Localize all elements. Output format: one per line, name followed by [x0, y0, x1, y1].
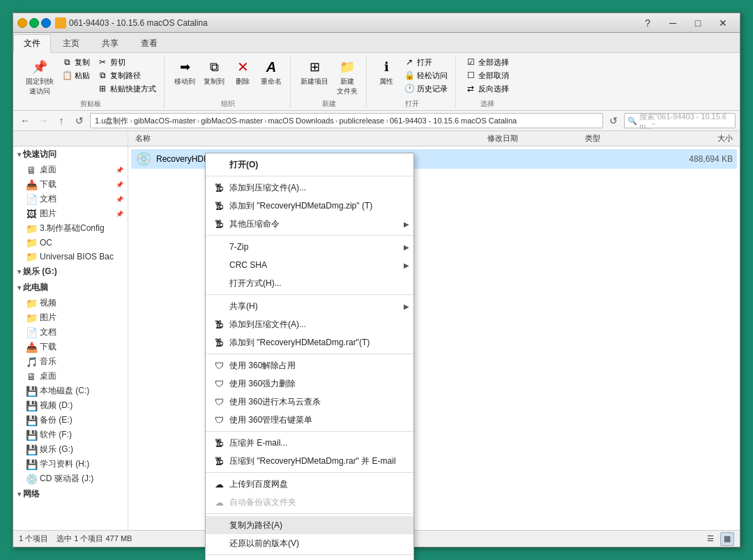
ctx-send-to[interactable]: 发送到(N) ▶: [206, 557, 413, 560]
ctx-other-compress[interactable]: 🗜 其他压缩命令 ▶: [206, 215, 413, 233]
paste-shortcut-button[interactable]: ⊞ 粘贴快捷方式: [95, 82, 158, 95]
address-refresh-button[interactable]: ↺: [606, 113, 621, 128]
sidebar-downloads-label: 下载: [40, 179, 113, 190]
ctx-open[interactable]: 打开(O): [206, 156, 413, 174]
path-part-5[interactable]: publicrelease: [339, 116, 384, 125]
ctx-add-zip2[interactable]: 🗜 添加到压缩文件(A)...: [206, 315, 413, 333]
sidebar-item-study-h[interactable]: 💾 学习资料 (H:): [13, 457, 128, 471]
up-button[interactable]: ↑: [54, 113, 69, 128]
back-button[interactable]: ←: [17, 113, 33, 128]
open-icon: ↗: [404, 56, 415, 68]
sidebar-item-software-f[interactable]: 💾 软件 (F:): [13, 427, 128, 442]
minimize-button[interactable]: [17, 18, 27, 28]
forward-button[interactable]: →: [36, 113, 51, 128]
tab-file[interactable]: 文件: [13, 34, 51, 53]
new-folder-button[interactable]: 📁 新建文件夹: [334, 56, 360, 98]
col-size[interactable]: 大小: [666, 133, 736, 144]
sidebar-item-video-d[interactable]: 💾 视频 (D:): [13, 398, 128, 413]
ctx-copy-path[interactable]: 复制为路径(A): [206, 516, 413, 534]
sidebar-item-universal-bios[interactable]: 📁 Universal BIOS Bac: [13, 250, 128, 264]
deselect-button[interactable]: ☐ 全部取消: [463, 69, 511, 82]
sidebar-item-entertainment-g[interactable]: 💾 娱乐 (G:): [13, 442, 128, 457]
path-part-4[interactable]: macOS Downloads: [268, 116, 334, 125]
sidebar-section-thispc[interactable]: ▾ 此电脑: [13, 280, 128, 296]
help-button[interactable]: ?: [635, 13, 660, 33]
col-modified[interactable]: 修改日期: [485, 133, 582, 144]
ctx-restore[interactable]: 还原以前的版本(V): [206, 534, 413, 552]
col-type[interactable]: 类型: [582, 133, 666, 144]
rename-button[interactable]: A 重命名: [258, 56, 284, 88]
invert-select-button[interactable]: ⇄ 反向选择: [463, 82, 511, 95]
props-button[interactable]: ℹ 属性: [374, 56, 399, 88]
sidebar-item-downloads2[interactable]: 📥 下载: [13, 340, 128, 354]
ctx-share[interactable]: 共享(H) ▶: [206, 297, 413, 315]
history-button[interactable]: 🕐 历史记录: [402, 82, 450, 95]
ctx-auto-backup[interactable]: ☁ 自动备份该文件夹: [206, 493, 413, 511]
cut-button[interactable]: ✂ 剪切: [95, 56, 158, 68]
address-path[interactable]: 1.u盘制作 › gibMacOS-master › gibMacOS-mast…: [90, 113, 603, 128]
detail-view-button[interactable]: ▦: [720, 532, 734, 546]
sidebar-item-pictures[interactable]: 🖼 图片 📌: [13, 206, 128, 221]
ctx-360-unlock[interactable]: 🛡 使用 360解除占用: [206, 356, 413, 374]
list-view-button[interactable]: ☰: [703, 532, 717, 546]
move-to-button[interactable]: ➡ 移动到: [172, 56, 198, 88]
sidebar-section-network[interactable]: ▾ 网络: [13, 486, 128, 502]
sidebar-section-entertainment[interactable]: ▾ 娱乐 (G:): [13, 264, 128, 280]
select-all-button[interactable]: ☑ 全部选择: [463, 56, 511, 68]
tab-home[interactable]: 主页: [52, 34, 90, 52]
sidebar-item-oc[interactable]: 📁 OC: [13, 236, 128, 250]
refresh-button[interactable]: ↺: [72, 113, 87, 128]
paste-button[interactable]: 📋 粘贴: [59, 69, 92, 82]
sidebar-item-basic-config[interactable]: 📁 3.制作基础Config: [13, 221, 128, 236]
path-part-1[interactable]: 1.u盘制作: [95, 116, 128, 126]
ctx-open-with[interactable]: 打开方式(H)...: [206, 274, 413, 292]
ctx-add-rar[interactable]: 🗜 添加到 "RecoveryHDMetaDmg.rar"(T): [206, 333, 413, 351]
ctx-other-compress-arrow: ▶: [404, 220, 409, 228]
copy-to-button[interactable]: ⧉ 复制到: [201, 56, 227, 88]
close-win-button[interactable]: ✕: [710, 13, 736, 33]
path-part-3[interactable]: gibMacOS-master: [201, 116, 263, 125]
copy-button[interactable]: ⧉ 复制: [59, 56, 92, 68]
pin-quick-access-button[interactable]: 📌 固定到快速访问: [23, 56, 56, 98]
col-name[interactable]: 名称: [132, 133, 485, 144]
copy-path-button[interactable]: ⧉ 复制路径: [95, 69, 158, 82]
ctx-add-named-zip[interactable]: 🗜 添加到 "RecoveryHDMetaDmg.zip" (T): [206, 197, 413, 215]
sidebar-item-backup-e[interactable]: 💾 备份 (E:): [13, 413, 128, 427]
path-part-2[interactable]: gibMacOS-master: [134, 116, 196, 125]
tab-view[interactable]: 查看: [130, 34, 168, 52]
minimize-win-button[interactable]: ─: [660, 13, 685, 33]
ctx-360-delete[interactable]: 🛡 使用 360强力删除: [206, 374, 413, 393]
search-box[interactable]: 🔍 搜索"061-94403 - 10.15.6 m...": [624, 113, 736, 128]
maximize-button[interactable]: [29, 18, 39, 28]
sidebar-item-desktop[interactable]: 🖥 桌面 📌: [13, 162, 128, 177]
light-access-button[interactable]: 🔒 轻松访问: [402, 69, 450, 82]
open-button[interactable]: ↗ 打开: [402, 56, 450, 68]
ctx-upload-baidu[interactable]: ☁ 上传到百度网盘: [206, 475, 413, 493]
ctx-add-zip[interactable]: 🗜 添加到压缩文件(A)...: [206, 179, 413, 197]
sidebar-item-downloads[interactable]: 📥 下载 📌: [13, 177, 128, 192]
tab-share[interactable]: 共享: [91, 34, 129, 52]
sidebar-section-quick-access[interactable]: ▾ 快速访问: [13, 146, 128, 162]
ribbon-group-select: ☑ 全部选择 ☐ 全部取消 ⇄ 反向选择 选择: [457, 56, 517, 109]
sidebar-item-documents2[interactable]: 📄 文档: [13, 325, 128, 340]
maximize-win-button[interactable]: □: [685, 13, 710, 33]
chevron-entertainment: ▾: [17, 268, 21, 275]
copy-icon: ⧉: [61, 56, 73, 68]
ctx-7zip[interactable]: 7-Zip ▶: [206, 238, 413, 256]
sidebar-item-documents[interactable]: 📄 文档 📌: [13, 192, 128, 206]
close-button-colored[interactable]: [41, 18, 51, 28]
sidebar-item-local-c[interactable]: 💾 本地磁盘 (C:): [13, 384, 128, 398]
ctx-email-zip[interactable]: 🗜 压缩并 E-mail...: [206, 434, 413, 452]
sidebar-item-pictures2[interactable]: 📁 图片: [13, 310, 128, 325]
ctx-360-scan[interactable]: 🛡 使用 360进行木马云查杀: [206, 393, 413, 411]
new-item-button[interactable]: ⊞ 新建项目: [298, 56, 331, 88]
sidebar-item-cd-j[interactable]: 💿 CD 驱动器 (J:): [13, 471, 128, 486]
path-part-6[interactable]: 061-94403 - 10.15.6 macOS Catalina: [390, 116, 517, 125]
sidebar-item-music[interactable]: 🎵 音乐: [13, 354, 128, 369]
sidebar-item-videos[interactable]: 📁 视频: [13, 296, 128, 310]
ctx-360-menu[interactable]: 🛡 使用 360管理右键菜单: [206, 411, 413, 429]
sidebar-item-desktop2[interactable]: 🖥 桌面: [13, 369, 128, 384]
ctx-email-rar[interactable]: 🗜 压缩到 "RecoveryHDMetaDmg.rar" 并 E-mail: [206, 452, 413, 470]
ctx-crc-sha[interactable]: CRC SHA ▶: [206, 256, 413, 274]
delete-button[interactable]: 删除: [230, 56, 255, 88]
